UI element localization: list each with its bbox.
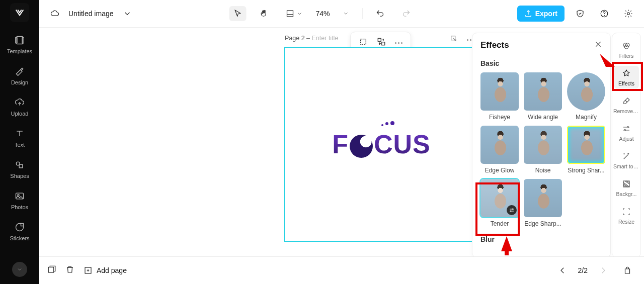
design-icon (14, 65, 26, 77)
leftbar-label: Shapes (10, 173, 29, 179)
redo-icon (402, 9, 411, 18)
rail-adjust[interactable]: Adjust (614, 121, 639, 144)
page-number: Page 2 – (285, 35, 310, 42)
svg-rect-26 (48, 267, 54, 273)
rail-filters[interactable]: Filters (614, 38, 639, 61)
cloud-icon (50, 9, 59, 18)
chevron-down-icon (123, 9, 132, 18)
help-button[interactable] (596, 6, 613, 21)
hand-tool[interactable] (255, 6, 272, 21)
close-panel-button[interactable] (594, 40, 602, 50)
cloud-sync-button[interactable] (46, 6, 63, 21)
lock-button[interactable] (619, 263, 636, 278)
bag-icon (623, 266, 632, 275)
zoom-menu-button[interactable] (339, 8, 353, 20)
effect-adjust-button[interactable] (507, 205, 517, 215)
svg-point-10 (627, 13, 630, 15)
help-icon (600, 9, 609, 18)
text-icon (14, 128, 26, 140)
leftbar-label: Photos (11, 204, 28, 210)
svg-point-9 (604, 15, 605, 16)
effect-strong-sharpen[interactable]: Strong Shar... (567, 126, 605, 174)
bottom-toolbar: Add page 2/2 (39, 256, 644, 284)
export-label: Export (535, 10, 557, 18)
frame-tool[interactable] (281, 6, 306, 21)
export-button[interactable]: Export (517, 6, 565, 22)
select-tool[interactable] (229, 6, 246, 21)
more-button[interactable] (395, 42, 403, 44)
leftbar-label: Upload (11, 111, 29, 117)
leftbar-shapes[interactable]: Shapes (0, 154, 39, 185)
chevron-down-icon (17, 266, 23, 272)
page-title-input[interactable]: Enter title (312, 35, 339, 42)
rail-background[interactable]: Backgr... (614, 176, 639, 199)
leftbar-stickers[interactable]: Stickers (0, 216, 39, 247)
layers-button[interactable] (47, 265, 56, 276)
effect-noise[interactable]: Noise (524, 126, 562, 174)
title-menu-button[interactable] (119, 6, 136, 21)
effects-basic-title: Basic (480, 59, 602, 67)
redo-button[interactable] (398, 6, 415, 21)
svg-rect-12 (378, 38, 381, 41)
svg-rect-7 (287, 11, 293, 17)
effect-wide-angle[interactable]: Wide angle (524, 72, 562, 121)
effect-edge-sharpen[interactable]: Edge Sharp... (524, 179, 562, 227)
zoom-level[interactable]: 74% (315, 10, 330, 18)
chevron-left-icon (558, 266, 567, 275)
canvas-area: Page 2 – Enter title F C (39, 28, 644, 256)
add-page-button[interactable]: Add page (84, 266, 127, 275)
chevron-down-icon (296, 11, 302, 17)
project-title[interactable]: Untitled image (68, 10, 114, 18)
resize-icon (621, 206, 632, 217)
undo-button[interactable] (372, 6, 389, 21)
leftbar-text[interactable]: Text (0, 123, 39, 154)
leftbar-upload[interactable]: Upload (0, 91, 39, 123)
leftbar-photos[interactable]: Photos (0, 185, 39, 216)
layers-icon (47, 265, 56, 274)
right-tool-rail: Filters Effects Remove backgr... Adjust … (612, 33, 641, 256)
svg-point-16 (510, 211, 511, 212)
page-counter: 2/2 (578, 266, 588, 274)
page-label: Page 2 – Enter title (285, 35, 338, 42)
delete-button[interactable] (65, 265, 74, 276)
export-icon (524, 10, 532, 18)
effects-panel-title: Effects (480, 40, 509, 50)
chevron-right-icon (599, 266, 608, 275)
focus-logo: F C U S (332, 129, 431, 159)
filters-icon (621, 40, 632, 51)
svg-point-20 (627, 127, 629, 128)
leftbar-label: Design (11, 79, 28, 85)
prev-page-button[interactable] (554, 263, 571, 278)
leftbar-templates[interactable]: Templates (0, 29, 39, 60)
rail-remove-bg[interactable]: Remove backgr... (614, 93, 639, 116)
upload-icon (14, 97, 26, 109)
app-logo[interactable] (10, 3, 29, 22)
rail-resize[interactable]: Resize (614, 204, 639, 227)
gear-icon (624, 9, 633, 18)
templates-icon (14, 34, 26, 46)
expand-icon (450, 35, 458, 43)
rail-smart-tools[interactable]: Smart tools (614, 149, 639, 171)
leftbar-label: Templates (7, 48, 32, 54)
svg-rect-1 (16, 37, 17, 43)
crop-icon (359, 37, 368, 46)
user-avatar[interactable] (12, 262, 27, 277)
expand-button[interactable] (450, 35, 458, 45)
leftbar-label: Stickers (10, 235, 29, 241)
settings-button[interactable] (620, 6, 637, 21)
svg-rect-4 (19, 164, 23, 168)
rail-effects[interactable]: Effects (614, 66, 639, 88)
effect-magnify[interactable]: Magnify (567, 72, 605, 121)
leftbar-design[interactable]: Design (0, 60, 39, 91)
add-page-icon (84, 266, 93, 275)
effect-tender[interactable]: Tender (480, 179, 519, 227)
effect-fisheye[interactable]: Fisheye (480, 72, 519, 121)
background-icon (621, 178, 632, 190)
shield-button[interactable] (572, 6, 589, 21)
next-page-button[interactable] (595, 263, 612, 278)
sliders-icon (621, 123, 632, 134)
wand-icon (621, 151, 632, 162)
effects-icon (621, 68, 632, 79)
canvas-page[interactable]: F C U S (284, 47, 479, 242)
effect-edge-glow[interactable]: Edge Glow (480, 126, 519, 174)
